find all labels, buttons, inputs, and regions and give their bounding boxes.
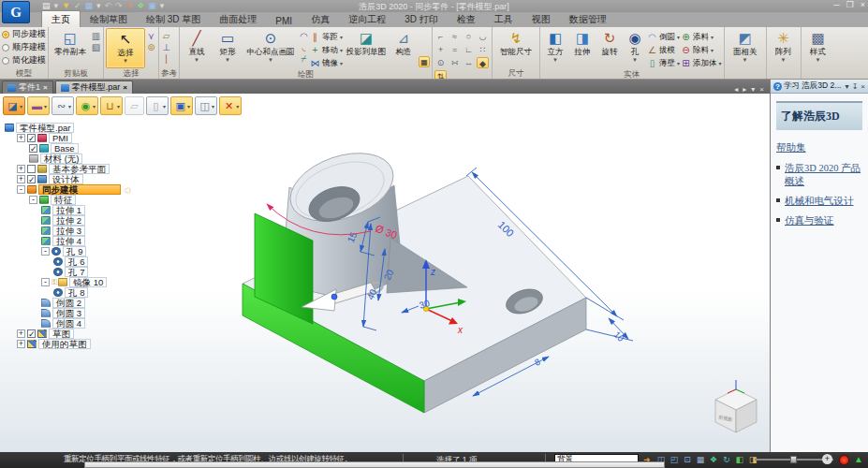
select-options-icon[interactable]: ⊜ xyxy=(146,42,156,52)
ribbon-tab-3D 打印[interactable]: 3D 打印 xyxy=(395,11,448,27)
tree-expander[interactable]: - xyxy=(41,247,50,256)
radio-sync-modeling[interactable]: 同步建模 xyxy=(2,28,46,40)
tangent-relate-icon[interactable]: ◡ xyxy=(477,31,489,42)
ref-axis-icon[interactable]: ⊥ xyxy=(161,42,171,52)
help-topic-link[interactable]: 浩辰3D 2020 产品概述 xyxy=(785,162,862,188)
tree-item[interactable]: -同步建模◄ xyxy=(3,184,162,195)
document-tab-close-icon[interactable]: × xyxy=(43,83,48,92)
construction-display-button[interactable]: ⊔▾ xyxy=(100,96,123,115)
construction-button[interactable]: ⊿构造 xyxy=(390,28,418,69)
perpendicular-relate-icon[interactable]: ∟ xyxy=(463,44,475,55)
tree-item-label[interactable]: 拉伸 2 xyxy=(52,215,85,226)
rectangle-button[interactable]: ▭矩形▼ xyxy=(213,28,243,69)
doc-list-button[interactable]: ▾ xyxy=(751,85,755,94)
radio-simplified-modeling[interactable]: 简化建模 xyxy=(2,54,46,66)
dimension-8[interactable]: 8 xyxy=(533,357,542,368)
panel-close-icon[interactable]: × xyxy=(861,82,865,91)
project-to-sketch-button[interactable]: ◪投影到草图 xyxy=(344,28,389,69)
tree-item[interactable]: +✓PMI xyxy=(3,133,162,143)
face-relate-button[interactable]: ◩面相关▼ xyxy=(727,28,764,68)
tree-item-label[interactable]: 孔 9 xyxy=(63,246,86,256)
paste-icon[interactable]: ▧ xyxy=(91,42,101,52)
window-view-button[interactable]: ▣▾ xyxy=(170,96,193,115)
help-topic-link[interactable]: 仿真与验证 xyxy=(785,214,834,227)
tree-checkbox[interactable]: ✓ xyxy=(29,144,37,153)
tree-checkbox[interactable]: ✓ xyxy=(27,134,36,142)
view-style-button[interactable]: ◪▾ xyxy=(3,96,25,115)
parallel-relate-icon[interactable]: ≈ xyxy=(449,31,461,42)
plane-display-button[interactable]: ▱ xyxy=(125,96,144,115)
select-button[interactable]: ↖ 选择 ▼ xyxy=(106,28,145,68)
save-caret[interactable]: ▾ xyxy=(96,1,101,11)
tree-item-label[interactable]: 倒圆 2 xyxy=(52,298,85,308)
viewport[interactable]: z x 100 10 8 15 20 xyxy=(0,94,770,452)
prev-doc-button[interactable]: ◂ xyxy=(734,85,738,94)
tree-item[interactable]: 倒圆 2 xyxy=(3,298,162,308)
tree-item[interactable]: 倒圆 3 xyxy=(3,308,162,318)
tree-item-label[interactable]: Base xyxy=(51,143,79,154)
thin-wall-button[interactable]: ▯薄壁▾ xyxy=(647,57,680,69)
tree-item-label[interactable]: 使用的草图 xyxy=(38,339,91,349)
edge-color-button[interactable]: ▬▾ xyxy=(27,96,50,115)
trim-icon[interactable]: ⌿ xyxy=(299,53,309,65)
tree-expander[interactable]: + xyxy=(17,175,25,183)
grid-toggle[interactable]: ▦ xyxy=(419,56,430,67)
radio-ordered-modeling[interactable]: 顺序建模 xyxy=(2,41,46,53)
add-material-button[interactable]: ⊕添料▾ xyxy=(681,31,722,43)
tree-item[interactable]: 拉伸 2 xyxy=(3,215,162,226)
minimize-button[interactable]: ─ xyxy=(833,0,839,9)
concentric-relate-icon[interactable]: ○ xyxy=(463,31,475,42)
connect-relate-icon[interactable]: + xyxy=(434,44,447,55)
maximize-button[interactable]: ❐ xyxy=(846,0,854,9)
tree-checkbox[interactable]: ✓ xyxy=(27,175,36,183)
document-tab-close-icon[interactable]: × xyxy=(123,83,127,92)
face-view-icon[interactable]: ◧ xyxy=(734,454,745,465)
tree-item-label[interactable]: 同步建模 xyxy=(38,184,121,195)
ref-coordinate-icon[interactable]: ∣ xyxy=(161,53,171,64)
tree-item-label[interactable]: 基本参考平面 xyxy=(49,164,110,174)
round-button[interactable]: ◠倒圆▾ xyxy=(647,31,680,43)
tree-item-label[interactable]: 倒圆 4 xyxy=(52,318,85,329)
horizontal-vertical-relate-icon[interactable]: ↔ xyxy=(463,57,475,68)
tree-expander[interactable]: + xyxy=(17,134,25,142)
tree-item[interactable]: 孔 8 xyxy=(3,287,162,298)
smart-dimension-button[interactable]: ↯智能尺寸 xyxy=(494,28,537,68)
help-set-link[interactable]: 帮助集 xyxy=(776,142,806,153)
save-button[interactable]: ▦ xyxy=(85,1,94,11)
offset-button[interactable]: ∥等距▾ xyxy=(310,31,343,43)
zoom-area-icon[interactable]: ◰ xyxy=(669,454,680,465)
help-topic-link[interactable]: 机械和电气设计 xyxy=(785,195,854,208)
options-button[interactable]: ❖ xyxy=(137,1,144,11)
pan-icon[interactable]: ❖ xyxy=(708,454,719,465)
relationships-button[interactable]: ∾▾ xyxy=(51,96,74,115)
tree-item-label[interactable]: PMI xyxy=(49,133,72,143)
horizontal-relate-icon[interactable]: ⌐ xyxy=(434,31,447,42)
tree-expander[interactable]: - xyxy=(17,185,25,194)
zoom-icon[interactable]: ⊡ xyxy=(682,454,693,465)
select-filter-icon[interactable]: ⋎ xyxy=(146,31,156,41)
ribbon-tab-数据管理[interactable]: 数据管理 xyxy=(560,11,616,27)
revolve-button[interactable]: ↻旋转 xyxy=(596,28,623,69)
help-panel-title-bar[interactable]: ? 学习 浩辰3D 2... ▾ ↧ × xyxy=(771,80,868,94)
tree-expander[interactable]: - xyxy=(29,196,37,204)
blank-display-button[interactable]: ▯▾ xyxy=(146,96,169,115)
tree-item[interactable]: 倒圆 4 xyxy=(3,318,162,329)
tree-item-label[interactable]: 孔 8 xyxy=(65,287,88,298)
tree-expander[interactable]: + xyxy=(17,340,25,348)
tree-item-label[interactable]: 特征 xyxy=(51,195,76,205)
tree-item[interactable]: ✓Base xyxy=(3,143,162,154)
part-copy-button[interactable]: ◱ 零件副本 xyxy=(51,28,90,68)
coincident-relate-icon[interactable]: ⊙ xyxy=(434,57,447,68)
tree-item-label[interactable]: 草图 xyxy=(49,329,74,339)
style-button[interactable]: ▩样式▼ xyxy=(803,28,833,68)
maintain-relationships-toggle[interactable]: ◆ xyxy=(477,57,489,68)
tree-item[interactable]: 拉伸 3 xyxy=(3,226,162,236)
panel-menu-icon[interactable]: ▾ xyxy=(846,82,849,91)
pin-icon[interactable]: ↧ xyxy=(852,82,859,91)
clear-overrides-button[interactable]: ✕▾ xyxy=(219,96,242,115)
tree-item[interactable]: 孔 6 xyxy=(3,256,162,267)
tree-item-label[interactable]: 镜像 10 xyxy=(69,277,107,287)
tree-item-label[interactable]: 拉伸 3 xyxy=(52,226,85,236)
draft-button[interactable]: ∠拔模 xyxy=(647,44,680,56)
tools-button[interactable]: ✦ xyxy=(126,1,134,11)
